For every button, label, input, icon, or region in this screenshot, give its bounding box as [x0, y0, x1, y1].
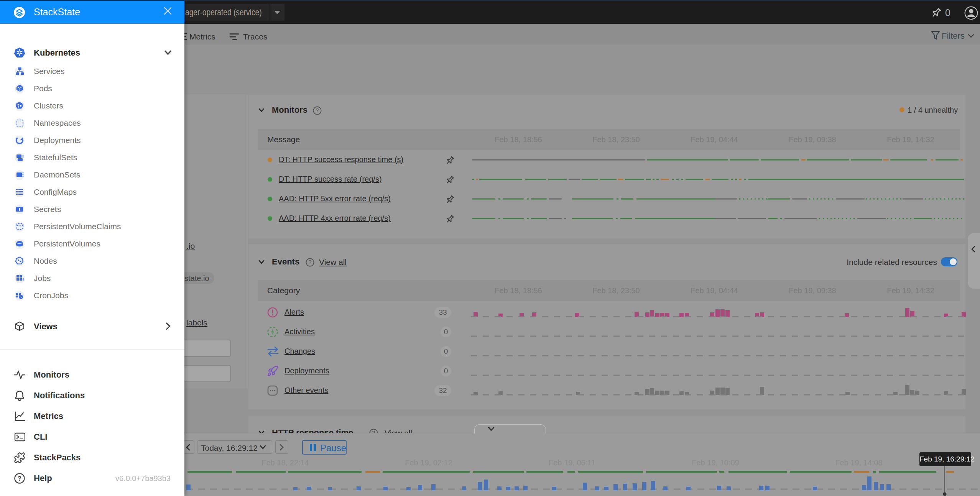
svg-text:?: ? — [309, 259, 312, 265]
svg-text:?: ? — [316, 107, 319, 113]
svg-text:?: ? — [18, 475, 21, 482]
